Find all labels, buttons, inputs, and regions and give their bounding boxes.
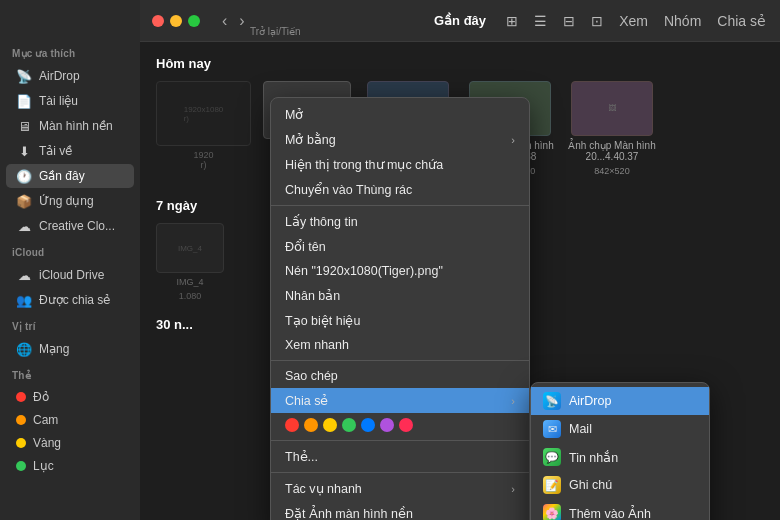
maximize-button[interactable] [188,15,200,27]
forward-button[interactable]: › [235,10,248,32]
sidebar-item-yellow[interactable]: Vàng [6,432,134,454]
ctx-open[interactable]: Mở [271,102,529,127]
tag-dot-red[interactable] [285,418,299,432]
orange-tag-dot [16,415,26,425]
view-icon-list[interactable]: ☰ [532,11,549,31]
ctx-copy[interactable]: Sao chép [271,364,529,388]
sidebar-section-icloud: iCloud ☁ iCloud Drive 👥 Được chia sẻ [0,239,140,313]
today-header: Hôm nay [156,56,764,71]
content-area: Hôm nay 1920x1080r) 1920r) 📋 Màn hình 2.… [140,42,780,520]
sidebar-item-applications[interactable]: 📦 Ứng dụng [6,189,134,213]
view-icon-columns[interactable]: ⊟ [561,11,577,31]
share-label[interactable]: Chia sẻ [715,11,768,31]
ctx-share[interactable]: Chia sẻ › [271,388,529,413]
sidebar-item-label: AirDrop [39,69,80,83]
nav-arrows: ‹ › [218,10,249,32]
thumb-5[interactable]: 🖼 Ảnh chụp Màn hình 20...4.40.37 842×520 [567,81,657,182]
toolbar: ‹ › Trở lại/Tiến Gần đây ⊞ ☰ ⊟ ⊡ Xem Nhó… [140,0,780,42]
submenu-messages[interactable]: 💬 Tin nhắn [531,443,709,471]
sidebar-item-documents[interactable]: 📄 Tài liệu [6,89,134,113]
ctx-show-enclosing[interactable]: Hiện thị trong thư mục chứa [271,152,529,177]
tag-dot-blue[interactable] [361,418,375,432]
ctx-alias[interactable]: Tạo biệt hiệu [271,308,529,333]
ctx-tags[interactable]: Thẻ... [271,444,529,469]
ctx-quicklook[interactable]: Xem nhanh [271,333,529,357]
red-tag-dot [16,392,26,402]
sidebar-section-locations: Vị trí 🌐 Mạng [0,313,140,362]
submenu-photos[interactable]: 🌸 Thêm vào Ảnh [531,499,709,520]
sidebar-item-label: Tài liệu [39,94,78,108]
toolbar-right: ⊞ ☰ ⊟ ⊡ Xem Nhóm Chia sẻ [504,11,768,31]
tag-dot-yellow[interactable] [323,418,337,432]
thumb-first[interactable]: 1920x1080r) 1920r) [156,81,251,182]
sidebar-item-orange[interactable]: Cam [6,409,134,431]
minimize-button[interactable] [170,15,182,27]
sidebar-item-label: Lục [33,459,54,473]
sidebar-item-label: Cam [33,413,58,427]
sidebar-item-shared[interactable]: 👥 Được chia sẻ [6,288,134,312]
airdrop-submenu-icon: 📡 [543,392,561,410]
sidebar-item-label: Ứng dụng [39,194,94,208]
tag-dot-pink[interactable] [399,418,413,432]
ctx-duplicate[interactable]: Nhân bản [271,283,529,308]
sidebar-item-label: Creative Clo... [39,219,115,233]
tags-label: Thẻ [0,362,140,385]
photos-submenu-icon: 🌸 [543,504,561,520]
context-menu: Mở Mở bằng › Hiện thị trong thư mục chứa… [270,97,530,520]
messages-submenu-icon: 💬 [543,448,561,466]
sidebar-item-recent[interactable]: 🕐 Gần đây [6,164,134,188]
sidebar-item-red[interactable]: Đỏ [6,386,134,408]
sidebar-item-downloads[interactable]: ⬇ Tải về [6,139,134,163]
sidebar-section-tags: Thẻ Đỏ Cam Vàng Lục [0,362,140,478]
ctx-sep-1 [271,205,529,206]
desktop-icon: 🖥 [16,118,32,134]
sidebar-item-label: Vàng [33,436,61,450]
submenu-mail[interactable]: ✉ Mail [531,415,709,443]
documents-icon: 📄 [16,93,32,109]
airdrop-icon: 📡 [16,68,32,84]
icloud-drive-icon: ☁ [16,267,32,283]
week-thumb-1[interactable]: IMG_4 IMG_4 1.080 [156,223,224,301]
ctx-open-with[interactable]: Mở bằng › [271,127,529,152]
sidebar-item-desktop[interactable]: 🖥 Màn hình nền [6,114,134,138]
sidebar-item-label: Được chia sẻ [39,293,110,307]
tag-dot-green[interactable] [342,418,356,432]
ctx-get-info[interactable]: Lấy thông tin [271,209,529,234]
view-label[interactable]: Xem [617,11,650,31]
ctx-sep-4 [271,472,529,473]
tag-dot-orange[interactable] [304,418,318,432]
nav-label: Trở lại/Tiến [250,26,301,37]
tag-dot-purple[interactable] [380,418,394,432]
sidebar-item-network[interactable]: 🌐 Mạng [6,337,134,361]
view-icon-gallery[interactable]: ⊡ [589,11,605,31]
mail-submenu-icon: ✉ [543,420,561,438]
sidebar-item-label: Mạng [39,342,69,356]
sidebar-item-green[interactable]: Lục [6,455,134,477]
ctx-compress[interactable]: Nén "1920x1080(Tiger).png" [271,259,529,283]
share-submenu: 📡 AirDrop ✉ Mail 💬 Tin nhắn 📝 Ghi chú 🌸 … [530,382,710,520]
ctx-trash[interactable]: Chuyển vào Thùng rác [271,177,529,202]
sidebar: Mục ưa thích 📡 AirDrop 📄 Tài liệu 🖥 Màn … [0,0,140,520]
back-button[interactable]: ‹ [218,10,231,32]
sidebar-item-label: Tải về [39,144,72,158]
sidebar-item-airdrop[interactable]: 📡 AirDrop [6,64,134,88]
sidebar-item-label: Màn hình nền [39,119,113,133]
submenu-notes[interactable]: 📝 Ghi chú [531,471,709,499]
sidebar-item-creative[interactable]: ☁ Creative Clo... [6,214,134,238]
sidebar-item-icloud-drive[interactable]: ☁ iCloud Drive [6,263,134,287]
submenu-airdrop[interactable]: 📡 AirDrop [531,387,709,415]
close-button[interactable] [152,15,164,27]
view-icon-grid[interactable]: ⊞ [504,11,520,31]
share-arrow: › [511,395,515,407]
traffic-lights [152,15,200,27]
notes-submenu-icon: 📝 [543,476,561,494]
icloud-label: iCloud [0,239,140,262]
ctx-set-wallpaper[interactable]: Đặt Ảnh màn hình nền [271,501,529,520]
ctx-rename[interactable]: Đổi tên [271,234,529,259]
quick-actions-arrow: › [511,483,515,495]
ctx-quick-actions[interactable]: Tác vụ nhanh › [271,476,529,501]
thumb-5-size: 842×520 [594,166,629,176]
sidebar-item-label: Gần đây [39,169,85,183]
creative-icon: ☁ [16,218,32,234]
group-label[interactable]: Nhóm [662,11,703,31]
